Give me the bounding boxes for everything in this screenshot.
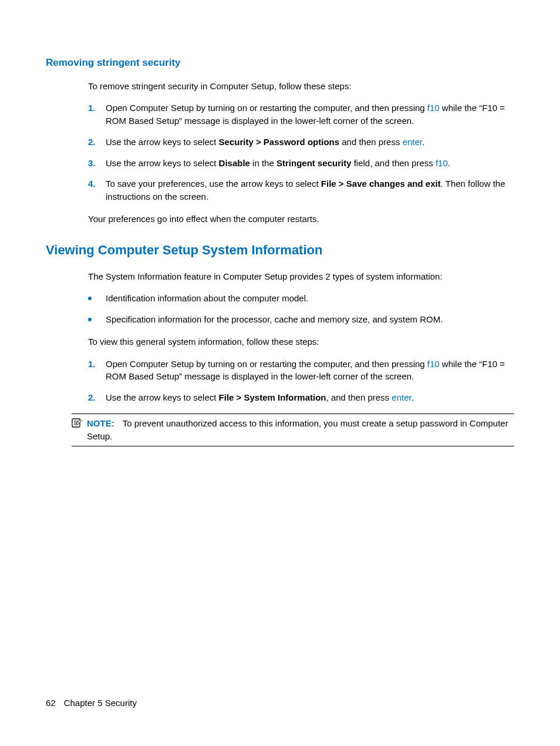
- step-number: 2.: [88, 136, 106, 149]
- step-2: 2. Use the arrow keys to select Security…: [88, 136, 514, 149]
- note-label: NOTE:: [87, 418, 114, 428]
- key-enter: enter: [403, 137, 422, 147]
- key-f10: f10: [427, 103, 440, 113]
- step-content: Open Computer Setup by turning on or res…: [106, 102, 514, 127]
- step-number: 1.: [88, 358, 106, 384]
- key-enter: enter: [392, 392, 411, 402]
- step-1: 1. Open Computer Setup by turning on or …: [88, 358, 514, 384]
- step-4: 4. To save your preferences, use the arr…: [88, 177, 514, 203]
- intro-text: To remove stringent security in Computer…: [88, 80, 514, 93]
- section-heading-removing: Removing stringent security: [46, 56, 514, 70]
- step-content: Use the arrow keys to select Disable in …: [106, 157, 514, 170]
- step-number: 3.: [88, 157, 106, 170]
- intro-text-2: The System Information feature in Comput…: [88, 270, 514, 283]
- step-number: 2.: [88, 391, 106, 404]
- key-f10: f10: [436, 158, 448, 168]
- list-item: Specification information for the proces…: [88, 313, 514, 326]
- step-number: 1.: [88, 102, 106, 127]
- note-box: NOTE:To prevent unauthorized access to t…: [72, 414, 514, 447]
- step-1: 1. Open Computer Setup by turning on or …: [88, 102, 514, 127]
- key-f10: f10: [427, 359, 440, 369]
- chapter-label: Chapter 5 Security: [64, 698, 137, 708]
- steps-list-2: 1. Open Computer Setup by turning on or …: [88, 358, 514, 404]
- step-3: 3. Use the arrow keys to select Disable …: [88, 157, 514, 170]
- bullet-icon: [88, 294, 106, 303]
- page-number: 62: [46, 698, 56, 708]
- steps-list-1: 1. Open Computer Setup by turning on or …: [88, 102, 514, 203]
- list-item: Identification information about the com…: [88, 292, 514, 305]
- step-2: 2. Use the arrow keys to select File > S…: [88, 391, 514, 404]
- note-icon: [72, 418, 82, 431]
- page-footer: 62Chapter 5 Security: [46, 697, 137, 710]
- bullet-list: Identification information about the com…: [88, 292, 514, 326]
- section-heading-viewing: Viewing Computer Setup System Informatio…: [46, 241, 514, 260]
- intro-text-3: To view this general system information,…: [88, 335, 514, 348]
- step-content: Use the arrow keys to select Security > …: [106, 136, 514, 149]
- note-content: NOTE:To prevent unauthorized access to t…: [87, 417, 514, 443]
- step-content: To save your preferences, use the arrow …: [106, 177, 514, 203]
- outro-text: Your preferences go into effect when the…: [88, 213, 514, 226]
- bullet-icon: [88, 315, 106, 324]
- step-content: Use the arrow keys to select File > Syst…: [106, 391, 514, 404]
- step-content: Open Computer Setup by turning on or res…: [106, 358, 514, 384]
- step-number: 4.: [88, 177, 106, 203]
